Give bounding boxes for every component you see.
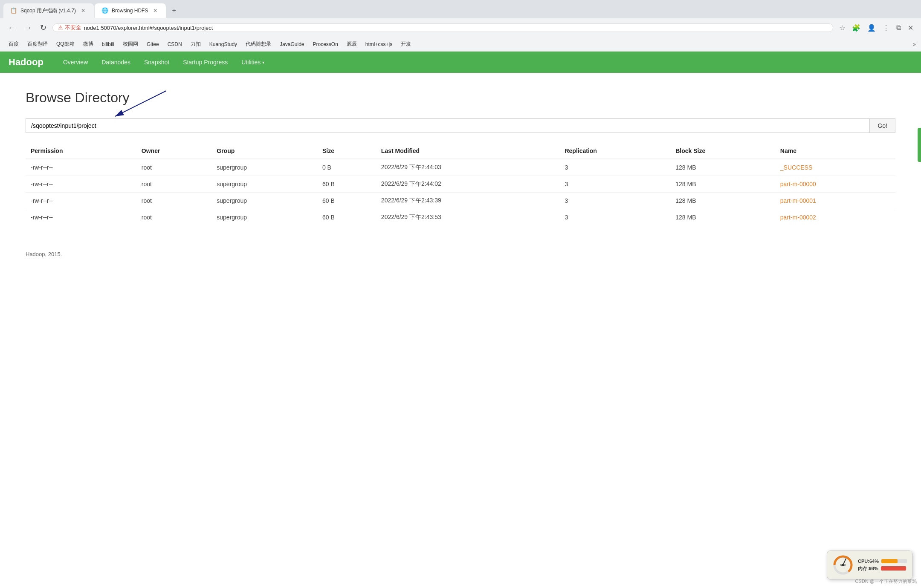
bookmark-csdn[interactable]: CSDN bbox=[164, 40, 185, 49]
cell-permission: -rw-r--r-- bbox=[26, 159, 136, 176]
col-size: Size bbox=[317, 143, 376, 159]
nav-datanodes[interactable]: Datanodes bbox=[95, 53, 137, 72]
cell-name[interactable]: _SUCCESS bbox=[775, 159, 895, 176]
footer-text: Hadoop, 2015. bbox=[26, 251, 62, 257]
tab-close-sqoop[interactable]: ✕ bbox=[79, 7, 87, 14]
cell-replication: 3 bbox=[559, 176, 670, 193]
table-row: -rw-r--r-- root supergroup 60 B 2022/6/2… bbox=[26, 193, 895, 209]
tab-close-hdfs[interactable]: ✕ bbox=[151, 7, 159, 14]
footer: Hadoop, 2015. bbox=[26, 251, 895, 257]
cell-blocksize: 128 MB bbox=[670, 209, 775, 226]
cell-name[interactable]: part-m-00002 bbox=[775, 209, 895, 226]
tab-hdfs[interactable]: 🌐 Browsing HDFS ✕ bbox=[95, 3, 166, 18]
cell-blocksize: 128 MB bbox=[670, 159, 775, 176]
bookmark-qq[interactable]: QQ邮箱 bbox=[53, 39, 78, 49]
address-actions: ☆ 🧩 👤 ⋮ ⧉ ✕ bbox=[837, 22, 916, 34]
close-button[interactable]: ✕ bbox=[905, 22, 916, 34]
cell-group: supergroup bbox=[211, 193, 317, 209]
restore-button[interactable]: ⧉ bbox=[894, 22, 904, 34]
file-link[interactable]: part-m-00000 bbox=[780, 181, 816, 187]
bookmark-weibo[interactable]: 微博 bbox=[80, 39, 97, 49]
reload-button[interactable]: ↻ bbox=[38, 21, 49, 34]
utilities-dropdown-arrow: ▾ bbox=[262, 60, 264, 65]
bookmark-yuanchen[interactable]: 源辰 bbox=[343, 39, 360, 49]
cell-replication: 3 bbox=[559, 159, 670, 176]
nav-utilities[interactable]: Utilities ▾ bbox=[235, 53, 271, 72]
hadoop-brand[interactable]: Hadoop bbox=[9, 57, 43, 68]
back-button[interactable]: ← bbox=[5, 22, 18, 34]
file-link[interactable]: part-m-00002 bbox=[780, 214, 816, 221]
cell-size: 0 B bbox=[317, 159, 376, 176]
cell-owner: root bbox=[136, 159, 211, 176]
bookmark-java[interactable]: JavaGuide bbox=[276, 40, 307, 49]
cell-size: 60 B bbox=[317, 176, 376, 193]
file-link[interactable]: _SUCCESS bbox=[780, 164, 812, 171]
address-bar: ← → ↻ ⚠ 不安全 node1:50070/explorer.html#/s… bbox=[0, 18, 921, 37]
table-body: -rw-r--r-- root supergroup 0 B 2022/6/29… bbox=[26, 159, 895, 225]
main-content: Browse Directory Go! Permission Owner Gr… bbox=[0, 73, 921, 274]
bookmark-htmlcss[interactable]: html+css+js bbox=[362, 40, 396, 49]
bookmark-school[interactable]: 校园网 bbox=[119, 39, 142, 49]
profile-icon[interactable]: 👤 bbox=[865, 22, 878, 34]
nav-startup[interactable]: Startup Progress bbox=[176, 53, 235, 72]
forward-button[interactable]: → bbox=[21, 22, 34, 34]
cell-name[interactable]: part-m-00001 bbox=[775, 193, 895, 209]
cell-lastmod: 2022/6/29 下午2:44:02 bbox=[376, 176, 560, 193]
nav-overview[interactable]: Overview bbox=[56, 53, 95, 72]
tab-bar: 📋 Sqoop 用户指南 (v1.4.7) ✕ 🌐 Browsing HDFS … bbox=[0, 0, 921, 18]
col-replication: Replication bbox=[559, 143, 670, 159]
col-name: Name bbox=[775, 143, 895, 159]
bookmark-kuang[interactable]: KuangStudy bbox=[206, 40, 240, 49]
go-button[interactable]: Go! bbox=[870, 118, 895, 133]
bookmark-daimaxiang[interactable]: 代码随想录 bbox=[242, 39, 275, 49]
bookmark-dev[interactable]: 开发 bbox=[397, 39, 414, 49]
nav-snapshot[interactable]: Snapshot bbox=[137, 53, 176, 72]
col-blocksize: Block Size bbox=[670, 143, 775, 159]
col-permission: Permission bbox=[26, 143, 136, 159]
bookmark-star[interactable]: ☆ bbox=[837, 22, 848, 34]
tab-sqoop[interactable]: 📋 Sqoop 用户指南 (v1.4.7) ✕ bbox=[3, 3, 94, 18]
right-panel-handle[interactable] bbox=[918, 128, 921, 162]
table-row: -rw-r--r-- root supergroup 0 B 2022/6/29… bbox=[26, 159, 895, 176]
bookmark-process[interactable]: ProcessOn bbox=[309, 40, 341, 49]
table-row: -rw-r--r-- root supergroup 60 B 2022/6/2… bbox=[26, 209, 895, 226]
url-display[interactable]: node1:50070/explorer.html#/sqooptest/inp… bbox=[84, 25, 828, 31]
bookmark-bili[interactable]: bilibili bbox=[98, 40, 118, 49]
cell-blocksize: 128 MB bbox=[670, 176, 775, 193]
cell-owner: root bbox=[136, 209, 211, 226]
cell-blocksize: 128 MB bbox=[670, 193, 775, 209]
bookmark-baidufy[interactable]: 百度翻译 bbox=[24, 39, 51, 49]
cell-replication: 3 bbox=[559, 193, 670, 209]
cell-lastmod: 2022/6/29 下午2:43:39 bbox=[376, 193, 560, 209]
cell-permission: -rw-r--r-- bbox=[26, 176, 136, 193]
bookmarks-bar: 百度 百度翻译 QQ邮箱 微博 bilibili 校园网 Gitee CSDN … bbox=[0, 37, 921, 51]
cell-name[interactable]: part-m-00000 bbox=[775, 176, 895, 193]
cell-permission: -rw-r--r-- bbox=[26, 193, 136, 209]
table-row: -rw-r--r-- root supergroup 60 B 2022/6/2… bbox=[26, 176, 895, 193]
cell-group: supergroup bbox=[211, 176, 317, 193]
cell-group: supergroup bbox=[211, 159, 317, 176]
svg-line-1 bbox=[115, 91, 166, 116]
tab-favicon-hdfs: 🌐 bbox=[101, 7, 108, 14]
annotation-arrow-svg bbox=[102, 89, 188, 123]
bookmark-gitee[interactable]: Gitee bbox=[143, 40, 162, 49]
cell-size: 60 B bbox=[317, 209, 376, 226]
bookmark-likou[interactable]: 力扣 bbox=[187, 39, 204, 49]
tab-favicon-sqoop: 📋 bbox=[10, 7, 17, 14]
new-tab-button[interactable]: + bbox=[167, 3, 181, 18]
file-link[interactable]: part-m-00001 bbox=[780, 197, 816, 204]
tab-title-hdfs: Browsing HDFS bbox=[112, 8, 148, 14]
extension-icon[interactable]: 🧩 bbox=[849, 22, 863, 34]
col-owner: Owner bbox=[136, 143, 211, 159]
bookmarks-more[interactable]: » bbox=[913, 41, 916, 47]
hadoop-nav: Hadoop Overview Datanodes Snapshot Start… bbox=[0, 52, 921, 73]
table-header: Permission Owner Group Size Last Modifie… bbox=[26, 143, 895, 159]
menu-icon[interactable]: ⋮ bbox=[880, 22, 892, 34]
directory-table: Permission Owner Group Size Last Modifie… bbox=[26, 143, 895, 225]
bookmark-baidu[interactable]: 百度 bbox=[5, 39, 22, 49]
col-lastmod: Last Modified bbox=[376, 143, 560, 159]
cell-group: supergroup bbox=[211, 209, 317, 226]
cell-permission: -rw-r--r-- bbox=[26, 209, 136, 226]
cell-replication: 3 bbox=[559, 209, 670, 226]
cell-owner: root bbox=[136, 176, 211, 193]
